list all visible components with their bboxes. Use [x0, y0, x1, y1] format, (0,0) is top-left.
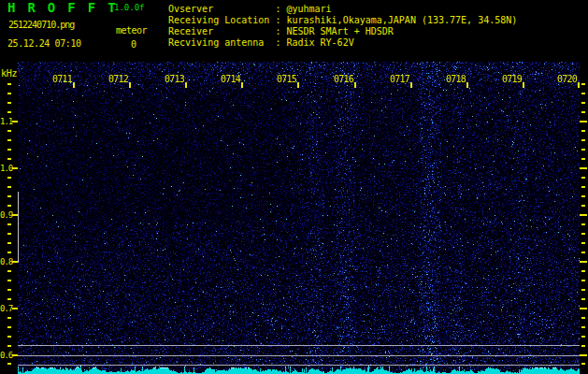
- counting-band-line: [18, 355, 580, 356]
- time-tick: [523, 82, 524, 88]
- time-tick: [185, 82, 187, 88]
- spectrogram-canvas: [18, 62, 580, 374]
- time-tick-label: 0711: [48, 75, 72, 84]
- freq-minor-tick: [7, 289, 11, 291]
- time-tick: [297, 82, 299, 88]
- freq-major-tick: [580, 308, 587, 309]
- freq-minor-tick: [581, 149, 585, 151]
- freq-minor-tick: [581, 270, 585, 272]
- info-line: Receiving Location : kurashiki,Okayama,J…: [168, 15, 517, 26]
- freq-minor-tick: [581, 252, 585, 253]
- freq-major-tick: [580, 167, 587, 169]
- freq-tick-label: 0.6: [0, 351, 12, 360]
- counting-band-line: [18, 345, 580, 346]
- freq-minor-tick: [7, 280, 11, 281]
- freq-minor-tick: [581, 177, 585, 179]
- freq-minor-tick: [581, 223, 585, 225]
- freq-minor-tick: [7, 336, 11, 338]
- meteor-count-value: 0: [131, 40, 136, 50]
- info-line: Ovserver : @yuhmari: [168, 4, 517, 15]
- frequency-unit-label: kHz: [1, 68, 17, 79]
- freq-major-tick: [12, 308, 18, 309]
- freq-minor-tick: [7, 317, 11, 319]
- freq-major-tick: [580, 214, 587, 216]
- freq-minor-tick: [7, 186, 11, 188]
- freq-minor-tick: [7, 177, 11, 179]
- frequency-band-marker: [18, 192, 19, 263]
- observation-datetime: 25.12.24 07:10: [7, 39, 81, 49]
- freq-tick-label: 0.9: [0, 210, 12, 220]
- freq-minor-tick: [581, 195, 585, 197]
- freq-minor-tick: [581, 93, 585, 94]
- time-tick-label: 0719: [497, 75, 522, 84]
- freq-minor-tick: [581, 102, 585, 104]
- info-line: Recviving antenna : Radix RY-62V: [168, 37, 517, 49]
- time-tick: [73, 82, 75, 88]
- freq-minor-tick: [581, 158, 585, 160]
- freq-major-tick: [580, 261, 587, 263]
- freq-tick-label: 0.8: [0, 257, 12, 266]
- freq-minor-tick: [7, 149, 11, 151]
- freq-major-tick: [12, 121, 18, 122]
- freq-minor-tick: [581, 83, 585, 85]
- freq-minor-tick: [7, 298, 11, 300]
- hrofft-screen: HROFFT 1.0.0f 2512240710.png meteor 25.1…: [0, 0, 588, 374]
- time-tick-label: 0715: [272, 75, 296, 84]
- freq-minor-tick: [581, 363, 585, 365]
- time-tick: [410, 82, 412, 88]
- time-tick: [578, 82, 580, 88]
- freq-minor-tick: [581, 139, 585, 141]
- freq-major-tick: [580, 121, 587, 122]
- meteor-count-label: meteor: [116, 26, 147, 36]
- info-line: Receiver : NESDR SMArt + HDSDR: [168, 26, 517, 37]
- time-tick: [241, 82, 243, 88]
- freq-minor-tick: [7, 83, 11, 85]
- freq-minor-tick: [7, 252, 11, 253]
- freq-tick-label: 1.0: [0, 164, 12, 173]
- freq-minor-tick: [7, 93, 11, 94]
- freq-minor-tick: [581, 317, 585, 319]
- freq-minor-tick: [7, 139, 11, 141]
- freq-minor-tick: [7, 363, 11, 365]
- freq-minor-tick: [7, 345, 11, 347]
- freq-minor-tick: [581, 233, 585, 235]
- time-tick-label: 0713: [160, 75, 184, 84]
- freq-tick-label: 0.7: [0, 304, 12, 313]
- freq-minor-tick: [7, 233, 11, 235]
- freq-minor-tick: [7, 158, 11, 160]
- freq-minor-tick: [7, 111, 11, 113]
- app-title: HROFFT: [7, 1, 128, 14]
- time-tick-label: 0717: [385, 75, 409, 84]
- freq-minor-tick: [581, 242, 585, 244]
- freq-minor-tick: [581, 280, 585, 281]
- time-tick-label: 0716: [329, 75, 353, 84]
- app-version: 1.0.0f: [114, 4, 145, 12]
- freq-minor-tick: [581, 326, 585, 328]
- freq-minor-tick: [581, 298, 585, 300]
- freq-minor-tick: [581, 336, 585, 338]
- time-tick-label: 0718: [441, 75, 466, 84]
- freq-tick-label: 1.1: [0, 117, 12, 126]
- time-tick-label: 0720: [552, 75, 577, 84]
- freq-minor-tick: [7, 130, 11, 132]
- freq-major-tick: [12, 167, 18, 169]
- freq-minor-tick: [581, 205, 585, 207]
- freq-minor-tick: [581, 111, 585, 113]
- freq-minor-tick: [581, 186, 585, 188]
- time-tick-label: 0712: [104, 75, 128, 84]
- freq-minor-tick: [7, 242, 11, 244]
- observer-info-block: Ovserver : @yuhmariReceiving Location : …: [168, 4, 517, 49]
- freq-minor-tick: [7, 270, 11, 272]
- freq-major-tick: [580, 354, 587, 356]
- freq-minor-tick: [7, 223, 11, 225]
- freq-minor-tick: [7, 326, 11, 328]
- freq-minor-tick: [7, 102, 11, 104]
- freq-minor-tick: [581, 289, 585, 291]
- time-tick: [129, 82, 131, 88]
- freq-minor-tick: [581, 130, 585, 132]
- freq-minor-tick: [7, 195, 11, 197]
- time-tick-label: 0714: [216, 75, 240, 84]
- freq-minor-tick: [7, 205, 11, 207]
- freq-minor-tick: [581, 345, 585, 347]
- counting-band-line: [18, 365, 580, 366]
